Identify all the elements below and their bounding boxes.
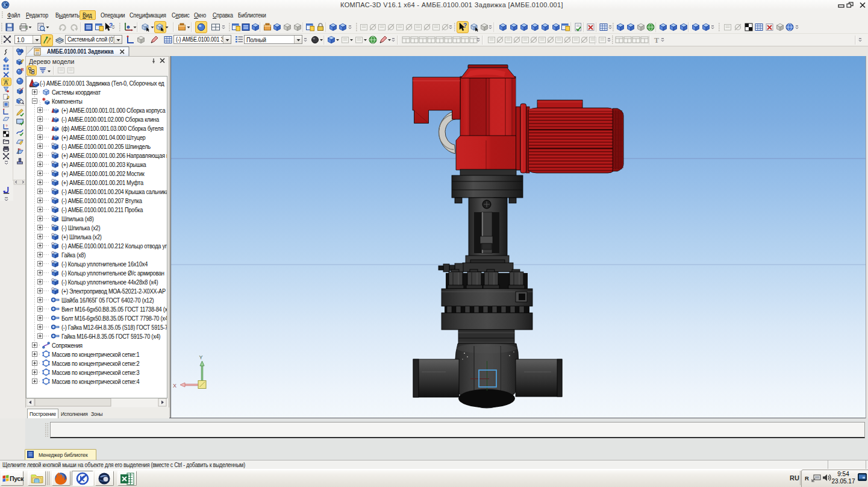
svg-text:Y: Y bbox=[199, 354, 203, 360]
svg-text:X: X bbox=[173, 383, 176, 389]
